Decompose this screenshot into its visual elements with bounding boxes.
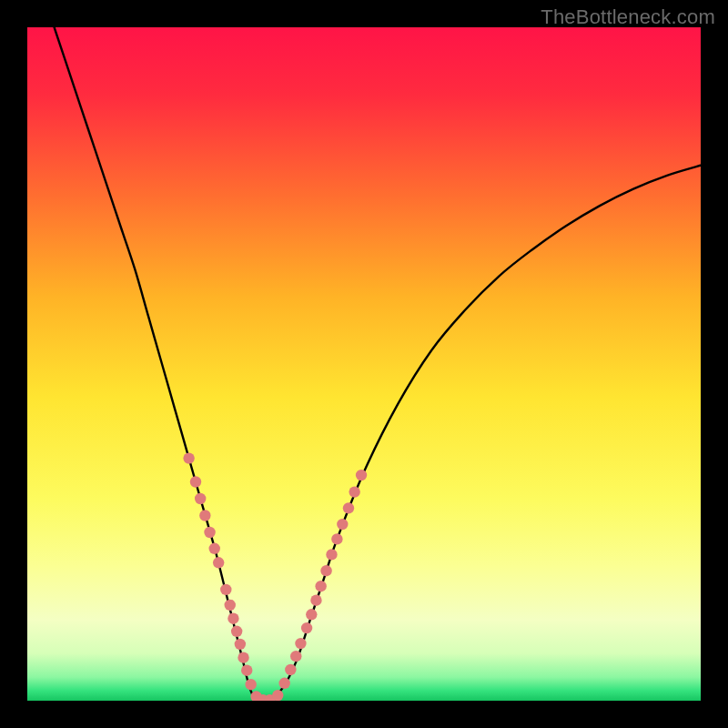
curve-marker xyxy=(272,690,283,701)
curve-marker xyxy=(235,639,246,650)
curve-marker xyxy=(331,533,342,544)
curve-marker xyxy=(245,679,256,690)
curve-marker xyxy=(209,543,220,554)
curve-marker xyxy=(315,581,326,592)
curve-marker xyxy=(231,626,242,637)
curve-markers xyxy=(183,452,367,701)
curve-marker xyxy=(213,557,224,568)
outer-frame: TheBottleneck.com xyxy=(0,0,728,728)
watermark-text: TheBottleneck.com xyxy=(541,5,715,29)
curve-marker xyxy=(320,565,331,576)
curve-marker xyxy=(241,665,252,676)
bottleneck-curve xyxy=(55,27,701,701)
curve-marker xyxy=(349,486,359,497)
curve-marker xyxy=(238,652,248,662)
curve-layer xyxy=(27,27,701,701)
curve-marker xyxy=(356,470,367,480)
curve-marker xyxy=(301,622,312,633)
curve-marker xyxy=(228,613,238,624)
curve-marker xyxy=(285,664,296,675)
curve-marker xyxy=(190,476,201,487)
curve-marker xyxy=(204,527,215,538)
plot-area xyxy=(27,27,701,701)
curve-marker xyxy=(199,510,210,521)
curve-marker xyxy=(343,502,354,513)
curve-marker xyxy=(337,519,348,530)
curve-marker xyxy=(290,651,301,662)
curve-marker xyxy=(306,609,317,620)
curve-marker xyxy=(278,678,289,689)
curve-marker xyxy=(326,549,337,560)
curve-marker xyxy=(195,493,206,504)
curve-marker xyxy=(183,452,194,463)
curve-marker xyxy=(225,600,236,611)
curve-marker xyxy=(220,584,231,595)
curve-marker xyxy=(310,595,321,606)
curve-marker xyxy=(295,638,306,649)
